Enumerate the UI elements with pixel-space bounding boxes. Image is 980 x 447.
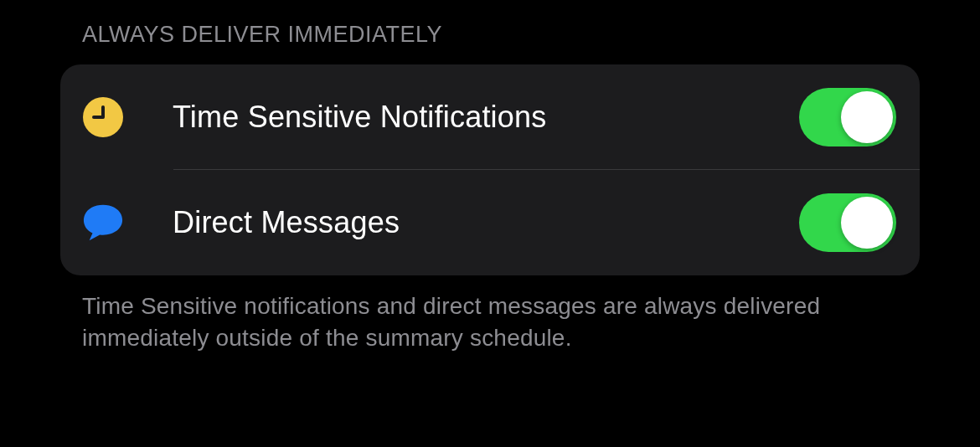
row-label-time-sensitive: Time Sensitive Notifications (173, 100, 799, 135)
section-footer: Time Sensitive notifications and direct … (82, 290, 903, 354)
toggle-time-sensitive[interactable] (799, 88, 896, 146)
speech-bubble-icon (82, 202, 124, 244)
clock-icon (82, 96, 124, 138)
row-label-direct-messages: Direct Messages (173, 205, 799, 240)
row-time-sensitive: Time Sensitive Notifications (60, 64, 920, 170)
section-header: ALWAYS DELIVER IMMEDIATELY (82, 22, 920, 48)
row-direct-messages: Direct Messages (60, 170, 920, 275)
toggle-direct-messages[interactable] (799, 193, 896, 252)
settings-group: Time Sensitive Notifications Direct Mess… (60, 64, 920, 275)
